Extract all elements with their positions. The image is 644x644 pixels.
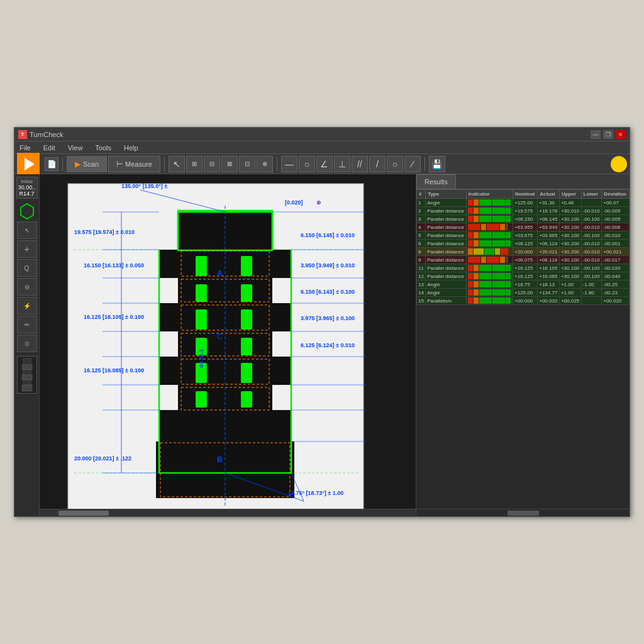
tool-slash[interactable]: /	[369, 156, 386, 172]
minimize-button[interactable]: —	[591, 130, 601, 139]
cell-type: Parallel distance	[426, 223, 467, 231]
results-table-wrapper[interactable]: # Type Indicator Nominal Actual Upper Lo…	[416, 189, 630, 509]
svg-text:18.75° [18.73°] ± 1.00: 18.75° [18.73°] ± 1.00	[288, 490, 343, 496]
svg-rect-6	[22, 385, 32, 391]
cell-nominal: +06.075	[513, 256, 538, 264]
cell-upper: +1.00	[559, 289, 581, 297]
table-row: 5 Parallel distance +03.675 +03.965 +30.…	[417, 231, 630, 240]
sidebar-val2: R14.7	[18, 191, 36, 197]
menu-tools[interactable]: Tools	[92, 143, 114, 153]
sidebar-tool-pen[interactable]: ✏	[17, 316, 37, 333]
cell-lower: -1.80	[581, 289, 602, 297]
svg-rect-4	[22, 375, 32, 380]
tool-save[interactable]: 💾	[429, 156, 445, 172]
sidebar-val1: 30.00..	[18, 184, 36, 191]
cell-nominal: +125.00	[513, 199, 538, 207]
results-scroll-thumb[interactable]	[508, 511, 539, 516]
cell-nominal: +20.000	[513, 248, 538, 256]
main-toolbar: 📄 ▶ Scan ⊢ Measure ↖ ⊞ ⊟ ⊠ ⊡ ⊕ — ○ ∠	[14, 154, 630, 174]
file-button[interactable]: 📄	[45, 157, 58, 171]
svg-rect-1	[23, 358, 31, 365]
desktop: T TurnCheck — ❐ ✕ File Edit View Tools H…	[0, 0, 644, 644]
tool-circle2[interactable]: ○	[387, 156, 403, 172]
cell-no: 4	[417, 223, 426, 231]
cell-deviation: +00.020	[602, 297, 630, 305]
col-upper: Upper	[559, 190, 581, 199]
tool-circle[interactable]: ⊕	[257, 156, 273, 172]
tool-line[interactable]: —	[281, 156, 297, 172]
sidebar-tool-plus[interactable]: +	[17, 240, 37, 258]
svg-rect-27	[241, 256, 252, 276]
scan-tab[interactable]: ▶ Scan	[67, 156, 107, 172]
svg-text:C: C	[217, 333, 222, 340]
sidebar-tool-zoomout[interactable]: ⊖	[17, 278, 37, 296]
sep3	[277, 157, 277, 171]
cell-indicator	[466, 240, 513, 248]
restore-button[interactable]: ❐	[603, 130, 613, 139]
results-tab-button[interactable]: Results	[416, 174, 456, 189]
cell-nominal: +16.125	[513, 272, 538, 280]
cell-no: 1	[417, 199, 426, 207]
cell-no: 2	[417, 207, 426, 215]
svg-text:A: A	[217, 269, 223, 278]
tool-parallel[interactable]: //	[352, 156, 368, 172]
cell-type: Parallel distance	[426, 207, 467, 215]
tool-diag[interactable]: ∕	[404, 156, 421, 172]
col-type: Type	[426, 190, 467, 199]
sidebar-tool-circle[interactable]: ⊙	[17, 335, 37, 352]
cell-indicator	[466, 223, 513, 231]
viewport-scroll-thumb[interactable]	[58, 511, 109, 516]
cell-nominal: +06.125	[513, 240, 538, 248]
play-button[interactable]	[17, 153, 40, 175]
tool-angle[interactable]: ∠	[316, 156, 333, 172]
cell-deviation: -00.040	[602, 272, 630, 280]
cell-type: Angle	[426, 199, 467, 207]
cell-indicator	[466, 256, 513, 264]
tool-box1[interactable]: ⊟	[204, 156, 220, 172]
app-icon: T	[18, 130, 27, 139]
app-window: T TurnCheck — ❐ ✕ File Edit View Tools H…	[14, 127, 630, 517]
svg-rect-23	[196, 309, 207, 330]
tool-oval[interactable]: ○	[299, 156, 315, 172]
cell-lower: -00.010	[581, 240, 602, 248]
close-button[interactable]: ✕	[616, 130, 626, 139]
cell-actual: +31.30	[538, 199, 560, 207]
cell-nominal: +00.000	[513, 297, 538, 305]
cell-no: 8	[417, 248, 426, 256]
tool-box3[interactable]: ⊡	[239, 156, 255, 172]
main-area: Initial 30.00.. R14.7 ↖ + Q ⊖ ⚡ ✏ ⊙	[14, 174, 630, 516]
cell-deviation: +00.021	[602, 248, 630, 256]
sidebar-tool-cursor[interactable]: ↖	[17, 221, 37, 239]
tool-rect[interactable]: ⊞	[186, 156, 203, 172]
measure-tab[interactable]: ⊢ Measure	[108, 156, 160, 172]
tool-cursor[interactable]: ↖	[169, 156, 185, 172]
tool-perp[interactable]: ⊥	[334, 156, 350, 172]
menu-edit[interactable]: Edit	[41, 143, 58, 153]
cell-indicator	[466, 248, 513, 256]
results-panel: Results # Type Indicator Nominal Actual	[416, 174, 630, 516]
cell-type: Angle	[426, 289, 467, 297]
cell-upper: +30.100	[559, 272, 581, 280]
cell-deviation: -00.010	[602, 231, 630, 240]
results-scrollbar[interactable]	[416, 509, 630, 516]
tool-box2[interactable]: ⊠	[221, 156, 238, 172]
viewport-area[interactable]: 19.575 [19.574] ± 0.010 16.150 [16.133] …	[40, 174, 416, 516]
cell-lower: -00.100	[581, 264, 602, 272]
menu-help[interactable]: Help	[121, 143, 141, 153]
cell-indicator	[466, 231, 513, 240]
cell-upper: +30.100	[559, 264, 581, 272]
cell-indicator	[466, 199, 513, 207]
cell-actual: +16.105	[538, 264, 560, 272]
sidebar-tool-bolt[interactable]: ⚡	[17, 297, 37, 314]
shape-preview	[17, 203, 37, 220]
menu-file[interactable]: File	[17, 143, 33, 153]
svg-text:135.00° [135.0°] ±: 135.00° [135.0°] ±	[121, 183, 167, 189]
viewport-scrollbar[interactable]	[40, 509, 416, 516]
sidebar-tool-zoom[interactable]: Q	[17, 259, 37, 277]
cell-no: 13	[417, 280, 426, 289]
cell-no: 12	[417, 272, 426, 280]
cell-nominal: +125.00	[513, 289, 538, 297]
menu-view[interactable]: View	[65, 143, 86, 153]
cell-type: Angle	[426, 280, 467, 289]
cell-type: Parallel distance	[426, 215, 467, 223]
